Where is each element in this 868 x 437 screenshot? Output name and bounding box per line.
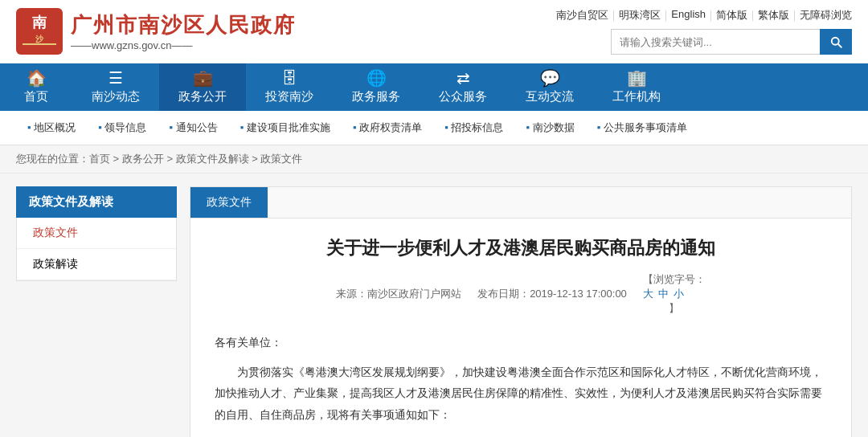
link-english[interactable]: English bbox=[671, 8, 706, 22]
svg-text:南: 南 bbox=[32, 14, 47, 31]
sidebar: 政策文件及解读 政策文件 政策解读 bbox=[16, 186, 177, 437]
nav-item-service[interactable]: 🌐 政务服务 bbox=[333, 63, 420, 111]
main-nav: 🏠 首页 ☰ 南沙动态 💼 政务公开 🗄 投资南沙 🌐 政务服务 ⇄ 公众服务 … bbox=[0, 63, 868, 111]
search-input[interactable] bbox=[611, 29, 820, 55]
sub-nav-leaders[interactable]: 领导信息 bbox=[87, 117, 158, 138]
article-area: 关于进一步便利人才及港澳居民购买商品房的通知 来源：南沙区政府门户网站 发布日期… bbox=[190, 218, 851, 437]
nav-item-gov-open[interactable]: 💼 政务公开 bbox=[159, 63, 246, 111]
logo-area: 南 沙 广州市南沙区人民政府 ——www.gzns.gov.cn—— bbox=[16, 8, 296, 55]
search-button[interactable] bbox=[820, 29, 852, 55]
sub-nav-responsibility[interactable]: 政府权责清单 bbox=[342, 117, 433, 138]
link-simplified[interactable]: 简体版 bbox=[716, 8, 747, 22]
sub-nav-data[interactable]: 南沙数据 bbox=[514, 117, 585, 138]
font-large-btn[interactable]: 大 bbox=[643, 287, 653, 301]
link-nansha-ftz[interactable]: 南沙自贸区 bbox=[556, 8, 608, 22]
sidebar-item-policy-files[interactable]: 政策文件 bbox=[17, 218, 176, 249]
sub-nav: 地区概况 领导信息 通知公告 建设项目批准实施 政府权责清单 招投标信息 南沙数… bbox=[0, 111, 868, 145]
site-header: 南 沙 广州市南沙区人民政府 ——www.gzns.gov.cn—— 南沙自贸区… bbox=[0, 0, 868, 63]
briefcase-icon: 💼 bbox=[193, 70, 213, 86]
nav-item-invest[interactable]: 🗄 投资南沙 bbox=[246, 63, 333, 111]
sub-nav-overview[interactable]: 地区概况 bbox=[16, 117, 87, 138]
article-paragraph-1: 为贯彻落实《粤港澳大湾区发展规划纲要》，加快建设粤港澳全面合作示范区和国际化人才… bbox=[215, 361, 827, 426]
nav-label-home: 首页 bbox=[24, 89, 48, 104]
sub-nav-bidding[interactable]: 招投标信息 bbox=[433, 117, 514, 138]
chat-icon: 💬 bbox=[540, 70, 560, 86]
logo-badge: 南 沙 bbox=[16, 8, 63, 55]
article-greeting: 各有关单位： bbox=[215, 332, 827, 353]
article-source: 来源：南沙区政府门户网站 bbox=[336, 287, 461, 301]
sidebar-item-policy-interpret[interactable]: 政策解读 bbox=[17, 249, 176, 280]
content-tabs: 政策文件 bbox=[190, 187, 851, 218]
sub-nav-notice[interactable]: 通知公告 bbox=[158, 117, 228, 138]
news-icon: ☰ bbox=[108, 70, 123, 86]
nav-label-service: 政务服务 bbox=[352, 89, 400, 104]
svg-rect-3 bbox=[23, 43, 56, 45]
nav-label-interact: 互动交流 bbox=[526, 89, 574, 104]
article-body: 各有关单位： 为贯彻落实《粤港澳大湾区发展规划纲要》，加快建设粤港澳全面合作示范… bbox=[215, 332, 827, 425]
nav-item-public[interactable]: ⇄ 公众服务 bbox=[420, 63, 506, 111]
nav-label-public: 公众服务 bbox=[439, 89, 487, 104]
article-date: 发布日期：2019-12-13 17:00:00 bbox=[477, 287, 627, 301]
sub-nav-projects[interactable]: 建设项目批准实施 bbox=[229, 117, 342, 138]
tab-policy-files[interactable]: 政策文件 bbox=[190, 187, 268, 218]
sidebar-title: 政策文件及解读 bbox=[16, 186, 177, 218]
database-icon: 🗄 bbox=[281, 70, 297, 86]
site-title: 广州市南沙区人民政府 bbox=[71, 11, 296, 39]
search-icon bbox=[829, 35, 843, 49]
breadcrumb: 您现在的位置：首页 > 政务公开 > 政策文件及解读 > 政策文件 bbox=[0, 145, 868, 174]
nav-label-news: 南沙动态 bbox=[92, 89, 140, 104]
logo-text: 广州市南沙区人民政府 ——www.gzns.gov.cn—— bbox=[71, 11, 296, 51]
org-icon: 🏢 bbox=[627, 70, 647, 86]
breadcrumb-text: 您现在的位置：首页 > 政务公开 > 政策文件及解读 > 政策文件 bbox=[16, 153, 302, 165]
font-size-controls: 大 中 小 bbox=[643, 287, 706, 301]
nav-item-news[interactable]: ☰ 南沙动态 bbox=[72, 63, 159, 111]
font-small-btn[interactable]: 小 bbox=[674, 287, 684, 301]
link-traditional[interactable]: 繁体版 bbox=[758, 8, 789, 22]
font-medium-btn[interactable]: 中 bbox=[658, 287, 669, 301]
nav-label-gov-open: 政务公开 bbox=[178, 89, 227, 104]
content-area: 政策文件 关于进一步便利人才及港澳居民购买商品房的通知 来源：南沙区政府门户网站… bbox=[190, 186, 852, 437]
article-title: 关于进一步便利人才及港澳居民购买商品房的通知 bbox=[215, 235, 827, 261]
nav-label-org: 工作机构 bbox=[612, 89, 661, 104]
sub-nav-public-service[interactable]: 公共服务事项清单 bbox=[586, 117, 698, 138]
home-icon: 🏠 bbox=[27, 70, 47, 86]
arrows-icon: ⇄ bbox=[457, 70, 470, 86]
site-url: ——www.gzns.gov.cn—— bbox=[71, 39, 296, 51]
search-bar bbox=[611, 29, 852, 55]
nav-item-interact[interactable]: 💬 互动交流 bbox=[506, 63, 593, 111]
nav-item-home[interactable]: 🏠 首页 bbox=[0, 63, 72, 111]
link-mingzhu[interactable]: 明珠湾区 bbox=[619, 8, 661, 22]
article-meta: 来源：南沙区政府门户网站 发布日期：2019-12-13 17:00:00 【浏… bbox=[215, 272, 827, 316]
globe-icon: 🌐 bbox=[366, 70, 387, 86]
nav-label-invest: 投资南沙 bbox=[265, 89, 313, 104]
article-font-size: 【浏览字号： 大 中 小 】 bbox=[643, 272, 706, 316]
main-content: 政策文件及解读 政策文件 政策解读 政策文件 关于进一步便利人才及港澳居民购买商… bbox=[0, 174, 868, 437]
svg-text:沙: 沙 bbox=[35, 35, 44, 43]
sidebar-menu: 政策文件 政策解读 bbox=[16, 218, 177, 281]
header-top-links: 南沙自贸区 ｜ 明珠湾区 ｜ English ｜ 简体版 ｜ 繁体版 ｜ 无障碍… bbox=[556, 8, 852, 22]
header-right: 南沙自贸区 ｜ 明珠湾区 ｜ English ｜ 简体版 ｜ 繁体版 ｜ 无障碍… bbox=[556, 8, 852, 55]
link-accessible[interactable]: 无障碍浏览 bbox=[800, 8, 852, 22]
nav-item-org[interactable]: 🏢 工作机构 bbox=[593, 63, 680, 111]
